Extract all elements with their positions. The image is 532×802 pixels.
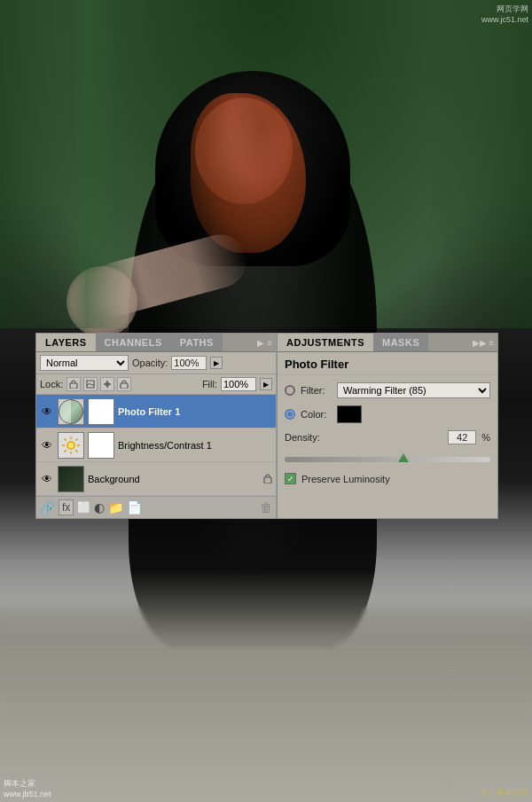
preserve-luminosity-checkbox[interactable]: ✓ [285, 473, 296, 484]
lock-label: Lock: [40, 379, 63, 389]
density-slider-row [278, 457, 497, 469]
filter-radio-btn[interactable] [285, 385, 295, 396]
layer-mask-brightness [88, 432, 114, 459]
panel-menu-lines[interactable]: ≡ [267, 338, 272, 348]
layer-row-background[interactable]: 👁 Background [36, 462, 276, 496]
svg-line-10 [65, 450, 66, 452]
tab-masks[interactable]: MASKS [373, 334, 428, 351]
add-mask-btn[interactable]: ⬜ [77, 501, 90, 514]
opacity-arrow[interactable]: ▶ [210, 357, 223, 369]
add-style-btn[interactable]: fx [59, 499, 74, 515]
layer-name-photo-filter: Photo Filter 1 [118, 406, 272, 417]
layers-panel-tabs: LAYERS CHANNELS PATHS ▶ ≡ [36, 334, 276, 352]
density-unit: % [481, 432, 490, 443]
watermark-top-right: 网页学网 www.jc51.net [481, 4, 528, 24]
layer-name-brightness: Brightness/Contrast 1 [118, 440, 272, 451]
delete-layer-btn[interactable]: 🗑 [260, 500, 272, 515]
lock-fill-row: Lock: Fill: ▶ [36, 374, 276, 395]
checkbox-check-mark: ✓ [287, 475, 294, 484]
adj-panel-tabs: ADJUSTMENTS MASKS ▶▶ ≡ [278, 334, 497, 352]
layer-eye-photo-filter[interactable]: 👁 [40, 405, 54, 419]
tab-paths[interactable]: PATHS [171, 334, 223, 351]
new-layer-btn[interactable]: 📄 [127, 500, 142, 515]
lock-all-btn[interactable] [117, 377, 131, 391]
filter-radio-label: Filter: [301, 385, 332, 396]
svg-line-7 [65, 438, 66, 440]
watermark-br-name: 查字典教程网 [481, 787, 528, 798]
tree-right [426, 0, 532, 328]
layer-row-photo-filter[interactable]: 👁 Photo Filter 1 [36, 395, 276, 429]
density-slider-track[interactable] [285, 457, 490, 462]
watermark-site-url: www.jc51.net [481, 15, 528, 24]
adjustments-panel: ADJUSTMENTS MASKS ▶▶ ≡ Photo Filter Filt… [277, 333, 498, 519]
layer-eye-background[interactable]: 👁 [40, 472, 54, 486]
density-label: Density: [285, 432, 333, 443]
layer-thumb-photo-filter [58, 398, 84, 425]
svg-line-8 [75, 450, 77, 452]
lock-icons-group [66, 377, 131, 391]
link-layers-btn[interactable]: 🔗 [40, 500, 55, 515]
preserve-luminosity-label: Preserve Luminosity [301, 474, 390, 484]
layers-toolbar: 🔗 fx ⬜ ◐ 📁 📄 🗑 [36, 496, 276, 518]
lock-image-btn[interactable] [83, 377, 98, 391]
watermark-bl-name: 脚本之家 [4, 778, 51, 790]
preserve-luminosity-row: ✓ Preserve Luminosity [278, 469, 497, 488]
tree-mid-left [71, 0, 124, 328]
adj-tab-icons-group: ▶▶ ≡ [473, 338, 497, 348]
blend-opacity-row: Normal Multiply Screen Opacity: ▶ [36, 352, 276, 374]
panel-menu-arrow[interactable]: ▶ [257, 338, 264, 348]
color-radio-inner [287, 412, 293, 417]
svg-line-9 [75, 438, 77, 440]
adj-nav-arrow[interactable]: ▶▶ [473, 338, 487, 348]
svg-point-2 [67, 442, 74, 449]
watermark-site-name: 网页学网 [481, 4, 528, 15]
watermark-bottom-right: 查字典教程网 [481, 787, 528, 798]
tab-adjustments[interactable]: ADJUSTMENTS [278, 334, 373, 351]
layer-thumb-brightness [58, 432, 84, 459]
tab-layers[interactable]: LAYERS [36, 334, 96, 351]
blur-overlay [0, 607, 532, 802]
layer-mask-photo-filter [88, 398, 114, 425]
opacity-label: Opacity: [132, 358, 168, 368]
blend-mode-select[interactable]: Normal Multiply Screen [40, 355, 129, 371]
layers-panel: LAYERS CHANNELS PATHS ▶ ≡ Normal Multipl… [35, 333, 277, 519]
watermark-bottom-left: 脚本之家 www.jb51.net [4, 778, 51, 798]
adj-menu-icon[interactable]: ≡ [489, 338, 494, 348]
color-radio-btn[interactable] [285, 409, 295, 420]
layer-name-background: Background [88, 474, 260, 484]
layer-row-brightness[interactable]: 👁 Brightness/Co [36, 429, 276, 462]
svg-rect-0 [70, 383, 77, 389]
svg-rect-11 [264, 477, 271, 484]
layer-eye-brightness[interactable]: 👁 [40, 438, 54, 452]
layer-lock-icon [263, 473, 272, 485]
lock-transparent-btn[interactable] [66, 377, 81, 391]
opacity-input[interactable] [171, 356, 207, 370]
adj-panel-title: Photo Filter [278, 352, 497, 375]
svg-rect-1 [121, 383, 128, 389]
filter-radio-row: Filter: Warming Filter (85) Warming Filt… [285, 382, 490, 398]
density-slider-thumb[interactable] [398, 453, 409, 462]
new-adjustment-btn[interactable]: ◐ [94, 500, 105, 515]
color-radio-label: Color: [301, 409, 332, 420]
tab-channels[interactable]: CHANNELS [96, 334, 171, 351]
watermark-bl-url: www.jb51.net [4, 790, 51, 798]
filter-select[interactable]: Warming Filter (85) Warming Filter (81) … [337, 382, 490, 398]
fill-arrow[interactable]: ▶ [260, 378, 272, 390]
fill-label: Fill: [202, 379, 217, 389]
layer-thumb-background [58, 466, 84, 492]
lock-position-btn[interactable] [100, 377, 114, 391]
density-row: Density: % [285, 430, 490, 444]
new-folder-btn[interactable]: 📁 [108, 500, 123, 515]
fill-input[interactable] [221, 377, 256, 391]
color-swatch[interactable] [337, 405, 362, 423]
color-radio-row: Color: [285, 405, 490, 423]
panels-container: LAYERS CHANNELS PATHS ▶ ≡ Normal Multipl… [35, 333, 498, 519]
density-input[interactable] [448, 430, 476, 444]
adj-panel-body: Filter: Warming Filter (85) Warming Filt… [278, 375, 497, 455]
